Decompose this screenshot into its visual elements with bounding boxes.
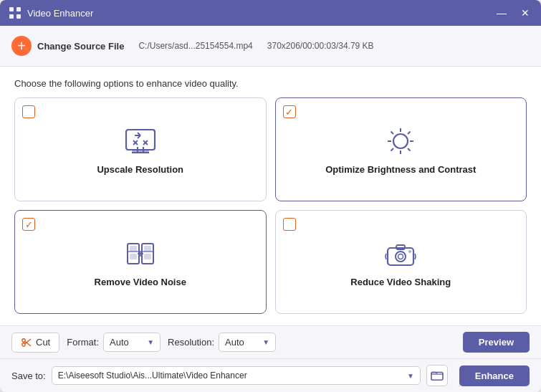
svg-rect-2: [9, 14, 14, 19]
svg-line-24: [391, 148, 394, 151]
svg-line-21: [391, 132, 394, 135]
svg-rect-30: [144, 246, 151, 252]
title-bar: Video Enhancer — ✕: [0, 0, 541, 26]
toolbar: + Change Source File C:/Users/asd...2515…: [0, 26, 541, 67]
save-path-box[interactable]: E:\Aiseesoft Studio\Ais...Ultimate\Video…: [52, 366, 421, 385]
option-noise[interactable]: ✓: [14, 210, 267, 314]
bottom-bar: Cut Format: Auto ▼ Resolution: Auto ▼ Pr…: [0, 325, 541, 358]
upscale-checkbox[interactable]: [22, 105, 35, 118]
noise-label: Remove Video Noise: [95, 277, 186, 287]
options-grid: Upscale Resolution ✓: [14, 97, 527, 314]
file-path: C:/Users/asd...25154554.mp4: [138, 41, 252, 51]
resolution-group: Resolution: Auto ▼: [168, 333, 276, 352]
svg-rect-27: [130, 254, 137, 259]
brightness-label: Optimize Brightness and Contrast: [325, 164, 476, 175]
change-source-label: Change Source File: [37, 41, 124, 52]
svg-rect-3: [16, 14, 21, 19]
format-arrow: ▼: [147, 338, 154, 346]
change-source-button[interactable]: + Change Source File: [11, 33, 124, 59]
format-select[interactable]: Auto ▼: [103, 333, 161, 352]
brightness-icon: [380, 124, 421, 158]
svg-point-37: [398, 254, 403, 259]
shaking-label: Reduce Video Shaking: [350, 277, 451, 287]
svg-rect-1: [16, 7, 21, 11]
svg-line-42: [25, 341, 31, 346]
option-upscale[interactable]: Upscale Resolution: [14, 97, 267, 201]
svg-point-39: [408, 250, 411, 253]
noise-checkmark: ✓: [25, 220, 33, 229]
svg-line-43: [25, 339, 31, 344]
svg-point-41: [22, 343, 25, 345]
svg-rect-0: [9, 7, 14, 11]
svg-line-22: [408, 148, 411, 151]
main-window: Video Enhancer — ✕ + Change Source File …: [0, 0, 541, 392]
close-button[interactable]: ✕: [518, 6, 532, 19]
svg-rect-4: [126, 130, 155, 150]
upscale-icon: [120, 124, 161, 158]
cut-button[interactable]: Cut: [11, 333, 59, 353]
resolution-label: Resolution:: [168, 337, 214, 348]
svg-point-36: [396, 252, 406, 262]
app-title: Video Enhancer: [27, 8, 494, 19]
window-controls: — ✕: [494, 6, 532, 19]
scissors-icon: [21, 337, 32, 348]
resolution-select[interactable]: Auto ▼: [219, 333, 276, 352]
option-brightness[interactable]: ✓ Optimize Br: [275, 97, 527, 201]
shaking-icon: [380, 236, 421, 271]
save-bar: Save to: E:\Aiseesoft Studio\Ais...Ultim…: [0, 358, 541, 392]
cut-label: Cut: [36, 337, 50, 348]
upscale-label: Upscale Resolution: [97, 164, 183, 175]
svg-line-23: [408, 132, 411, 135]
format-value: Auto: [110, 337, 129, 348]
file-meta: 370x206/00:00:03/34.79 KB: [267, 41, 374, 51]
svg-point-16: [393, 134, 408, 148]
svg-rect-26: [130, 246, 137, 252]
save-to-label: Save to:: [11, 371, 46, 381]
save-path-arrow: ▼: [407, 372, 414, 380]
resolution-arrow: ▼: [262, 338, 269, 346]
brightness-checkmark: ✓: [285, 107, 293, 117]
folder-icon: [431, 370, 444, 381]
shaking-checkbox[interactable]: [283, 218, 296, 231]
app-icon: [9, 6, 21, 19]
minimize-button[interactable]: —: [494, 6, 509, 19]
resolution-value: Auto: [225, 337, 244, 348]
noise-checkbox[interactable]: ✓: [22, 218, 35, 231]
preview-button[interactable]: Preview: [463, 332, 530, 353]
format-group: Format: Auto ▼: [67, 333, 161, 352]
svg-rect-31: [144, 254, 151, 259]
enhance-button[interactable]: Enhance: [459, 365, 530, 386]
content-area: Choose the following options to enhance …: [0, 67, 541, 325]
noise-icon: [120, 236, 161, 271]
instructions-text: Choose the following options to enhance …: [14, 78, 527, 89]
save-folder-button[interactable]: [426, 365, 448, 386]
plus-icon: +: [11, 36, 32, 56]
svg-point-40: [22, 338, 25, 341]
save-path-text: E:\Aiseesoft Studio\Ais...Ultimate\Video…: [58, 371, 404, 381]
option-shaking[interactable]: Reduce Video Shaking: [275, 210, 527, 314]
format-label: Format:: [67, 337, 99, 348]
brightness-checkbox[interactable]: ✓: [283, 105, 296, 118]
